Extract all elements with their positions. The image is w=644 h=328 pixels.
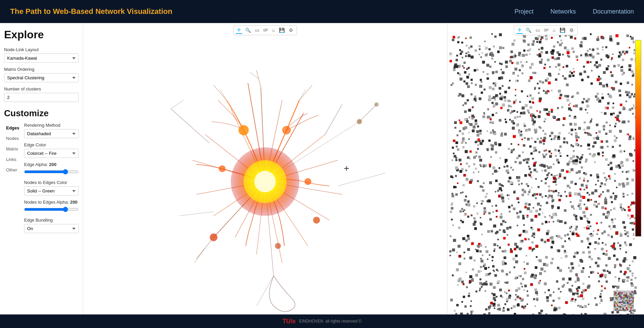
nav-networks[interactable]: Networks xyxy=(550,8,576,15)
toolbar-save-btn[interactable]: 💾 xyxy=(278,26,286,34)
customize-tab-labels: Edges Nodes Matrix Links Other xyxy=(4,123,21,237)
rendering-method-group: Rendering Method Datashaded Canvas SVG xyxy=(24,123,79,138)
nodes-to-edges-alpha-value: 200 xyxy=(70,200,78,205)
svg-point-35 xyxy=(219,165,225,172)
nav-documentation[interactable]: Documentation xyxy=(593,8,634,15)
matrix-toolbar-settings-btn[interactable]: ⚙ xyxy=(568,26,575,34)
matrix-toolbar-reset-btn[interactable]: ⌂ xyxy=(551,26,557,34)
customize-heading: Customize xyxy=(4,108,79,119)
matrix-toolbar-zoom-btn[interactable]: 🔍 xyxy=(524,26,533,34)
color-scale-bar xyxy=(635,40,641,237)
scale-label-9: 9 xyxy=(632,40,635,44)
scale-label-8: 8 xyxy=(632,72,635,76)
scale-label-7: 7 xyxy=(632,104,635,108)
matrix-thumbnail xyxy=(613,291,634,311)
toolbar-zoom-btn[interactable]: 🔍 xyxy=(244,26,252,34)
viz-area: ✛ 🔍 ▭ 0P ⌂ 💾 ⚙ xyxy=(83,23,644,314)
matrix-ordering-select[interactable]: Spectral Clustering Optimal Leaf None xyxy=(4,73,79,82)
thumbnail-canvas xyxy=(614,291,634,311)
tab-nodes[interactable]: Nodes xyxy=(4,135,21,143)
edge-color-select[interactable]: Colorcet -- Fire Colorcet -- Blues Defau… xyxy=(24,149,79,158)
node-link-layout-select[interactable]: Kamada-Kawai Force-Directed Circular Ran… xyxy=(4,54,79,63)
edge-bundling-select[interactable]: On Off xyxy=(24,224,79,233)
svg-text:+: + xyxy=(344,163,349,173)
edge-bundling-label: Edge Bundling xyxy=(24,218,79,223)
svg-point-38 xyxy=(275,243,281,249)
tab-matrix[interactable]: Matrix xyxy=(4,145,21,153)
svg-point-41 xyxy=(375,102,379,107)
node-link-layout-label: Node-Link Layout xyxy=(4,47,79,52)
tab-other[interactable]: Other xyxy=(4,166,21,175)
edge-alpha-group: Edge Alpha: 200 xyxy=(24,162,79,176)
footer: TU/e EINDHOVEN all rights reserved © xyxy=(0,314,644,328)
matrix-toolbar-save-btn[interactable]: 💾 xyxy=(558,26,567,34)
matrix-ordering-label: Matrix Ordering xyxy=(4,67,79,72)
toolbar-settings-btn[interactable]: ⚙ xyxy=(287,26,295,34)
rendering-method-select[interactable]: Datashaded Canvas SVG xyxy=(24,129,79,138)
edge-color-label: Edge Color xyxy=(24,142,79,147)
scale-label-5: 5 xyxy=(632,168,635,172)
graph-toolbar: ✛ 🔍 ▭ 0P ⌂ 💾 ⚙ xyxy=(233,25,297,35)
toolbar-reset-btn[interactable]: ⌂ xyxy=(271,26,276,34)
customize-section: Edges Nodes Matrix Links Other Rendering… xyxy=(4,123,79,237)
nodes-to-edges-color-group: Nodes to Edges Color Solid -- Green Soli… xyxy=(24,180,79,196)
num-clusters-input[interactable] xyxy=(4,93,79,102)
toolbar-pan-btn[interactable]: ✛ xyxy=(236,26,242,34)
num-clusters-group: Number of clusters xyxy=(4,86,79,102)
node-link-layout-group: Node-Link Layout Kamada-Kawai Force-Dire… xyxy=(4,47,79,63)
matrix-ordering-group: Matrix Ordering Spectral Clustering Opti… xyxy=(4,67,79,82)
explore-heading: Explore xyxy=(4,28,79,41)
nodes-to-edges-alpha-label: Nodes to Edges Alpha: 200 xyxy=(24,200,79,205)
nodes-to-edges-alpha-slider[interactable] xyxy=(24,207,79,212)
tab-edges[interactable]: Edges xyxy=(4,124,21,132)
svg-point-40 xyxy=(357,119,362,124)
main-nav: Project Networks Documentation xyxy=(515,8,634,15)
customize-tab-content: Rendering Method Datashaded Canvas SVG E… xyxy=(21,123,79,237)
num-clusters-label: Number of clusters xyxy=(4,86,79,91)
network-graph-svg: + xyxy=(83,23,447,314)
nodes-to-edges-alpha-group: Nodes to Edges Alpha: 200 xyxy=(24,200,79,213)
color-scale-labels: 9 8 7 6 5 4 3 xyxy=(632,40,635,237)
svg-point-39 xyxy=(313,217,320,224)
scale-label-3: 3 xyxy=(632,232,635,237)
svg-point-36 xyxy=(304,178,311,185)
sidebar: Explore Node-Link Layout Kamada-Kawai Fo… xyxy=(0,23,83,314)
site-title: The Path to Web-Based Network Visualizat… xyxy=(10,7,172,16)
nav-project[interactable]: Project xyxy=(515,8,534,15)
svg-point-34 xyxy=(282,126,291,135)
rendering-method-label: Rendering Method xyxy=(24,123,79,128)
toolbar-wheel-zoom-btn[interactable]: 0P xyxy=(262,26,269,34)
svg-point-33 xyxy=(239,125,249,135)
tab-links[interactable]: Links xyxy=(4,156,21,164)
scale-label-4: 4 xyxy=(632,200,635,204)
matrix-toolbar-pan-btn[interactable]: ✛ xyxy=(516,26,523,34)
nodes-to-edges-color-select[interactable]: Solid -- Green Solid -- Red None xyxy=(24,186,79,196)
svg-point-32 xyxy=(254,171,276,192)
edge-bundling-group: Edge Bundling On Off xyxy=(24,218,79,233)
main-content: Explore Node-Link Layout Kamada-Kawai Fo… xyxy=(0,23,644,314)
edge-alpha-value: 200 xyxy=(49,162,57,167)
matrix-toolbar-wheel-zoom-btn[interactable]: 0P xyxy=(543,26,550,34)
svg-point-37 xyxy=(210,233,218,241)
edge-color-group: Edge Color Colorcet -- Fire Colorcet -- … xyxy=(24,142,79,158)
matrix-canvas xyxy=(447,33,644,314)
network-graph-panel[interactable]: ✛ 🔍 ▭ 0P ⌂ 💾 ⚙ xyxy=(83,23,447,314)
edge-alpha-label: Edge Alpha: 200 xyxy=(24,162,79,167)
footer-university: EINDHOVEN xyxy=(299,319,323,324)
edge-alpha-slider[interactable] xyxy=(24,169,79,175)
header: The Path to Web-Based Network Visualizat… xyxy=(0,0,644,23)
nodes-to-edges-color-label: Nodes to Edges Color xyxy=(24,180,79,185)
matrix-toolbar-box-select-btn[interactable]: ▭ xyxy=(534,26,541,34)
footer-logo: TU/e xyxy=(282,318,296,325)
footer-text: all rights reserved © xyxy=(325,319,362,324)
scale-label-6: 6 xyxy=(632,136,635,140)
toolbar-box-select-btn[interactable]: ▭ xyxy=(254,26,261,34)
matrix-toolbar: ✛ 🔍 ▭ 0P ⌂ 💾 ⚙ xyxy=(514,25,578,35)
matrix-panel[interactable]: ✛ 🔍 ▭ 0P ⌂ 💾 ⚙ 9 8 7 6 5 4 3 xyxy=(447,23,644,314)
